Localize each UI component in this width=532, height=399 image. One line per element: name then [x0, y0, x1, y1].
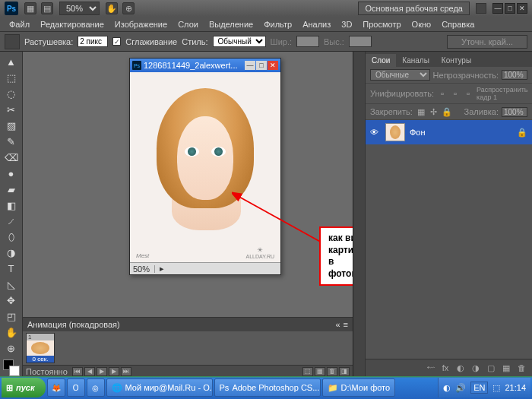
doc-info-icon[interactable]: ▸	[160, 264, 164, 274]
layer-thumbnail[interactable]	[385, 123, 405, 141]
duplicate-frame-icon[interactable]: ▦	[315, 367, 325, 376]
dodge-tool[interactable]: ◑	[3, 245, 20, 261]
menu-select[interactable]: Выделение	[204, 18, 258, 30]
task-item[interactable]: 🌐Мой мир@Mail.Ru - O...	[106, 378, 213, 397]
last-frame-icon[interactable]: ⏭	[121, 367, 131, 376]
zoom-select[interactable]: 50%	[59, 2, 100, 15]
doc-zoom-value[interactable]: 50%	[133, 264, 150, 274]
language-indicator[interactable]: EN	[470, 382, 488, 394]
menu-filter[interactable]: Фильтр	[259, 18, 296, 30]
minimize-icon[interactable]: —	[492, 3, 503, 14]
refine-edge-button[interactable]: Уточн. край...	[447, 35, 527, 49]
maximize-icon[interactable]: □	[505, 3, 515, 14]
blur-tool[interactable]: ⬯	[3, 230, 20, 245]
menu-edit[interactable]: Редактирование	[36, 18, 109, 30]
menu-view[interactable]: Просмотр	[358, 18, 405, 30]
eraser-tool[interactable]: ⌫	[3, 150, 20, 165]
layer-row[interactable]: 👁 Фон 🔒	[366, 120, 532, 144]
workspace-button[interactable]: Основная рабочая среда	[358, 2, 470, 15]
hand-icon[interactable]: ✋	[106, 2, 118, 14]
next-frame-icon[interactable]: ▶	[109, 367, 119, 376]
tab-layers[interactable]: Слои	[366, 54, 396, 67]
brush-tool[interactable]: ●	[3, 166, 20, 181]
pen-tool[interactable]: ⟋	[3, 214, 20, 229]
close-icon[interactable]: ✕	[517, 3, 527, 14]
lock-pixels-icon[interactable]: ▦	[416, 106, 426, 117]
zoom-icon[interactable]: ⊕	[122, 2, 135, 14]
tray-icon[interactable]: ⬚	[492, 383, 500, 393]
fx-icon[interactable]: fx	[439, 362, 451, 374]
tab-paths[interactable]: Контуры	[435, 54, 477, 67]
unify-style-icon[interactable]: ▫	[463, 88, 473, 99]
tray-icon[interactable]: ◐	[443, 383, 451, 393]
animation-frame[interactable]: 1 0 сек.	[26, 333, 55, 363]
adjustment-icon[interactable]: ◑	[470, 362, 482, 374]
menu-layers[interactable]: Слои	[173, 18, 203, 30]
menu-3d[interactable]: 3D	[337, 18, 356, 30]
unify-visibility-icon[interactable]: ▫	[450, 88, 461, 99]
document-canvas[interactable]: Mest ALLDAY.RU	[130, 72, 280, 262]
task-item[interactable]: 📁D:\Мои фото	[322, 378, 396, 397]
timeline-toggle-icon[interactable]: ◨	[339, 367, 350, 376]
marquee-tool[interactable]: ⬚	[3, 71, 20, 86]
current-tool-icon[interactable]	[5, 34, 20, 49]
color-swatch[interactable]	[3, 359, 20, 376]
menu-image[interactable]: Изображение	[110, 18, 172, 30]
play-icon[interactable]: ▶	[97, 367, 107, 376]
menu-file[interactable]: Файл	[5, 18, 34, 30]
layer-name[interactable]: Фон	[410, 128, 426, 137]
propagate-label[interactable]: Распространить кадр 1	[477, 86, 528, 101]
lock-all-icon[interactable]: 🔒	[442, 106, 452, 117]
visibility-eye-icon[interactable]: 👁	[370, 128, 381, 137]
quick-launch-opera[interactable]: O	[67, 378, 85, 397]
bridge-icon[interactable]: ▦	[24, 2, 36, 14]
shape-tool[interactable]: ✥	[3, 293, 20, 309]
move-tool[interactable]: ▲	[3, 55, 20, 70]
document-titlebar[interactable]: Ps 1286811449_2alexwert... — □ ✕	[130, 59, 280, 72]
link-icon[interactable]: ⬳	[424, 362, 436, 374]
unify-position-icon[interactable]: ▫	[437, 88, 448, 99]
menu-analysis[interactable]: Анализ	[298, 18, 335, 30]
new-layer-icon[interactable]: ▦	[500, 362, 512, 374]
doc-close-icon[interactable]: ✕	[268, 61, 278, 70]
animation-header[interactable]: Анимация (покадровая) «≡	[23, 318, 353, 331]
gradient-tool[interactable]: ◧	[3, 198, 20, 213]
hand-tool[interactable]: ✋	[3, 325, 20, 340]
type-tool[interactable]: T	[3, 261, 20, 277]
menu-help[interactable]: Справка	[437, 18, 479, 30]
tab-channels[interactable]: Каналы	[396, 54, 435, 67]
healing-tool[interactable]: ✎	[3, 135, 20, 150]
lasso-tool[interactable]: ◌	[3, 87, 20, 102]
history-icon[interactable]: ▤	[41, 2, 53, 14]
frame-duration[interactable]: 0 сек.	[27, 356, 54, 363]
quick-launch-firefox[interactable]: 🦊	[47, 378, 65, 397]
document-window[interactable]: Ps 1286811449_2alexwert... — □ ✕ Mest AL…	[129, 58, 281, 275]
trash-icon[interactable]: 🗑	[515, 362, 527, 374]
dock-collapse-strip[interactable]	[353, 52, 365, 376]
group-icon[interactable]: ▢	[485, 362, 497, 374]
doc-maximize-icon[interactable]: □	[256, 61, 267, 70]
clock[interactable]: 21:14	[505, 383, 526, 392]
tween-icon[interactable]: ⬚	[302, 367, 313, 376]
mask-icon[interactable]: ◐	[454, 362, 467, 374]
crop-tool[interactable]: ✂	[3, 103, 20, 118]
path-tool[interactable]: ◺	[3, 277, 20, 293]
lock-position-icon[interactable]: ✢	[429, 106, 439, 117]
quick-launch-other[interactable]: ◎	[87, 378, 105, 397]
fill-input[interactable]	[502, 107, 527, 117]
opacity-input[interactable]	[502, 70, 527, 80]
blend-mode-select[interactable]: Обычные	[370, 69, 430, 81]
panel-menu-icon[interactable]: ≡	[344, 320, 348, 329]
menu-window[interactable]: Окно	[407, 18, 436, 30]
panel-collapse-icon[interactable]: «	[335, 320, 340, 329]
prev-frame-icon[interactable]: ◀	[84, 367, 95, 376]
eyedropper-tool[interactable]: ▨	[3, 119, 20, 134]
feather-input[interactable]	[78, 36, 108, 47]
tray-icon[interactable]: 🔊	[455, 383, 466, 393]
doc-minimize-icon[interactable]: —	[245, 61, 255, 70]
loop-select[interactable]: Постоянно	[26, 367, 68, 376]
chevron-double-icon[interactable]	[476, 3, 486, 14]
task-item[interactable]: PsAdobe Photoshop CS...	[214, 378, 321, 397]
notes-tool[interactable]: ◰	[3, 309, 20, 325]
zoom-tool[interactable]: ⊕	[3, 340, 20, 356]
